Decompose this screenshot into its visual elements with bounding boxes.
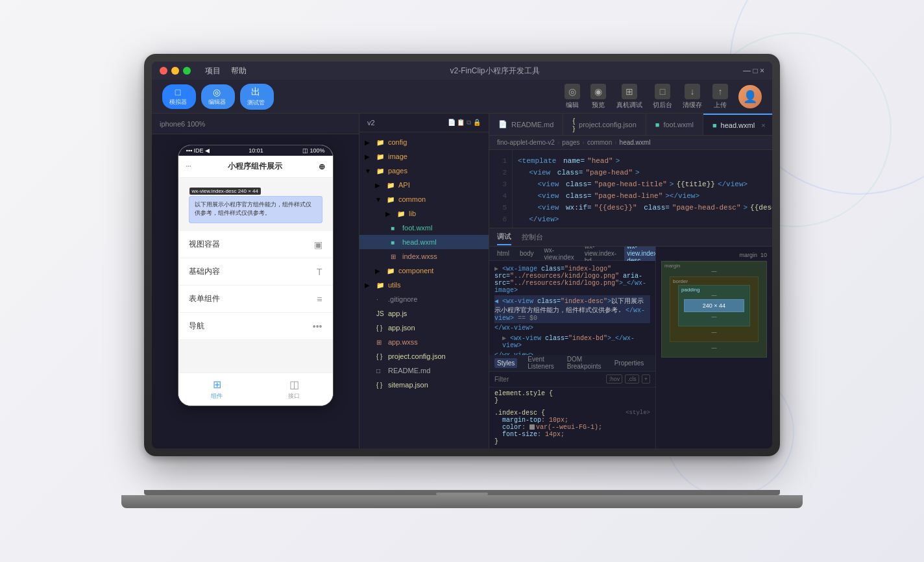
tree-label-api: API — [398, 181, 410, 189]
user-avatar[interactable]: 👤 — [738, 85, 762, 108]
folder-icon: 📁 — [376, 282, 385, 289]
box-model-padding-label: padding — [681, 287, 699, 293]
tab-foot-wxml[interactable]: ■ foot.wxml — [646, 114, 703, 135]
tree-item-image[interactable]: ▶ 📁 image — [359, 149, 489, 164]
styles-body: element.style { } .index-desc { <style> — [489, 387, 655, 449]
devtools-header: 调试 控制台 — [489, 228, 772, 247]
tab-readme[interactable]: 📄 README.md — [489, 114, 563, 135]
tree-item-index-wxss[interactable]: ⊞ index.wxss — [359, 249, 489, 263]
tree-item-app-js[interactable]: JS app.js — [359, 306, 489, 321]
file-tree-header: v2 📄 📋 ⧉ 🔒 — [359, 114, 489, 132]
line-num-3: 3 — [489, 178, 512, 190]
phone-menu-item-2[interactable]: 基础内容 T — [178, 258, 333, 286]
menu-item-help[interactable]: 帮助 — [231, 66, 247, 77]
tab-project-config-icon: { } — [572, 117, 575, 132]
css-rule-index-desc: .index-desc { <style> margin-top: 10px; — [494, 409, 650, 445]
tab-head-wxml[interactable]: ■ head.wxml × — [703, 114, 772, 135]
devtools-tab-console[interactable]: 控制台 — [522, 230, 543, 245]
folder-icon: 📁 — [376, 167, 385, 175]
filter-cls[interactable]: .cls — [625, 374, 639, 384]
tree-item-utils[interactable]: ▶ 📁 utils — [359, 278, 489, 292]
tree-item-head-wxml[interactable]: ■ head.wxml — [359, 235, 489, 249]
style-tab-events[interactable]: Event Listeners — [525, 355, 557, 372]
filter-add[interactable]: + — [642, 374, 650, 384]
file-icon: □ — [376, 367, 385, 374]
tree-item-readme[interactable]: □ README.md — [359, 363, 489, 378]
html-tag-index[interactable]: wx-view.index — [542, 247, 577, 262]
tab-close-icon[interactable]: × — [761, 121, 765, 129]
action-clear-cache-label: 清缓存 — [683, 101, 702, 110]
tree-item-api[interactable]: ▶ 📁 API — [359, 178, 489, 192]
box-model-border-bottom: — — [675, 329, 753, 335]
action-background[interactable]: □ 切后台 — [653, 84, 672, 110]
style-tab-properties[interactable]: Properties — [612, 358, 647, 368]
expand-icon: ▶ — [365, 139, 374, 146]
maximize-button[interactable] — [183, 67, 191, 75]
minimize-button[interactable] — [171, 67, 179, 75]
tree-item-project-config[interactable]: { } project.config.json — [359, 349, 489, 363]
tree-label-app-json: app.json — [388, 324, 415, 332]
folder-icon: 📁 — [376, 153, 385, 160]
editor-button[interactable]: ◎ 编辑器 — [201, 84, 235, 109]
dom-tree-item-2: ◀ <wx-view class="index-desc">以下用展示示小程序官… — [494, 295, 650, 323]
tree-item-config[interactable]: ▶ 📁 config — [359, 135, 489, 149]
close-button[interactable] — [160, 67, 167, 75]
laptop-base — [121, 495, 803, 508]
tree-item-app-wxss[interactable]: ⊞ app.wxss — [359, 335, 489, 349]
tree-item-lib[interactable]: ▶ 📁 lib — [359, 206, 489, 221]
action-preview[interactable]: ◉ 预览 — [590, 84, 606, 110]
tree-item-common[interactable]: ▼ 📁 common — [359, 192, 489, 206]
tab-project-config[interactable]: { } project.config.json — [563, 114, 646, 135]
window-title: v2-FinClip小程序开发工具 — [250, 66, 739, 77]
action-edit[interactable]: ◎ 编辑 — [565, 84, 580, 110]
html-tag-body[interactable]: body — [517, 249, 537, 258]
css-prop-font-size: font-size: 14px; — [494, 431, 650, 438]
highlight-text: 以下用展示小程序官方组件能力，组件样式仅供参考，组件样式仅供参考。 — [189, 197, 322, 223]
expand-icon: ▶ — [385, 210, 395, 217]
code-content[interactable]: <template name="head"> <view class="page… — [513, 150, 772, 228]
main-toolbar: □ 模拟器 ◎ 编辑器 出 测试管 ◎ 编辑 — [152, 80, 772, 114]
nav-api-icon: ◫ — [289, 378, 299, 391]
line-numbers: 1 2 3 4 5 6 7 8 — [489, 150, 513, 228]
edit-icon: ◎ — [565, 84, 580, 99]
filter-input[interactable] — [494, 376, 601, 383]
style-tab-styles[interactable]: Styles — [494, 358, 517, 368]
phone-header: ··· 小程序组件展示 ⊕ — [178, 156, 333, 178]
phone-menu-item-1[interactable]: 视图容器 ▣ — [178, 231, 333, 258]
html-tag-html[interactable]: html — [494, 249, 512, 258]
code-editor: 1 2 3 4 5 6 7 8 <template name="head"> — [489, 150, 772, 228]
code-line-4: <view class="page-head-line"></view> — [518, 190, 767, 202]
editor-label: 编辑器 — [208, 98, 226, 106]
style-tab-breakpoints[interactable]: DOM Breakpoints — [565, 355, 604, 372]
phone-nav-api[interactable]: ◫ 接口 — [288, 378, 300, 400]
action-upload[interactable]: ↑ 上传 — [712, 84, 728, 110]
tree-item-pages[interactable]: ▼ 📁 pages — [359, 164, 489, 178]
phone-nav-components[interactable]: ⊞ 组件 — [211, 378, 223, 400]
title-bar: 项目 帮助 v2-FinClip小程序开发工具 — □ × — [152, 62, 772, 80]
phone-menu-item-3[interactable]: 表单组件 ≡ — [178, 286, 333, 313]
upload-icon: ↑ — [712, 84, 728, 99]
box-model-margin-text: margin — [664, 263, 680, 269]
tree-item-component[interactable]: ▶ 📁 component — [359, 263, 489, 278]
phone-container: ▪▪▪ IDE ◀ 10:01 ◫ 100% ··· 小程序组件展示 ⊕ — [152, 134, 359, 448]
menu-item-project[interactable]: 项目 — [205, 66, 221, 77]
tree-item-gitignore[interactable]: · .gitignore — [359, 292, 489, 306]
file-icon: ⊞ — [376, 339, 385, 346]
filter-hov[interactable]: :hov — [606, 374, 622, 384]
simulator-button[interactable]: □ 模拟器 — [162, 84, 196, 109]
tree-item-app-json[interactable]: { } app.json — [359, 321, 489, 335]
tree-item-foot-wxml[interactable]: ■ foot.wxml — [359, 221, 489, 235]
line-num-2: 2 — [489, 167, 512, 178]
window-controls — [160, 67, 191, 75]
action-device-debug[interactable]: ⊞ 真机调试 — [616, 84, 642, 110]
action-edit-label: 编辑 — [566, 101, 579, 110]
devtools-tab-debug[interactable]: 调试 — [497, 229, 511, 245]
phone-menu-item-4[interactable]: 导航 ••• — [178, 313, 333, 340]
menu-item-label-4: 导航 — [189, 321, 204, 332]
box-model-border-row: — — [667, 268, 761, 274]
editor-icon: ◎ — [213, 87, 221, 97]
tree-item-sitemap[interactable]: { } sitemap.json — [359, 378, 489, 392]
dom-html-bar: html body wx-view.index wx-view.index-hd… — [489, 247, 655, 261]
test-button[interactable]: 出 测试管 — [240, 84, 274, 110]
action-clear-cache[interactable]: ↓ 清缓存 — [683, 84, 702, 110]
